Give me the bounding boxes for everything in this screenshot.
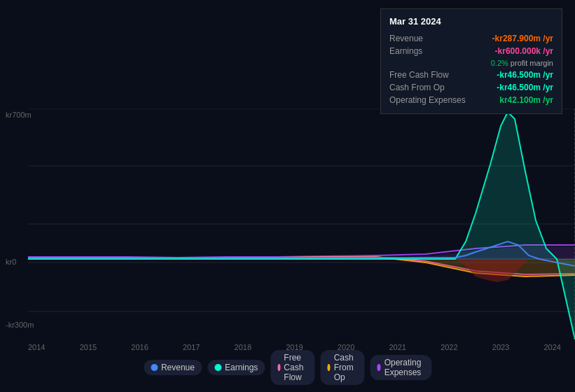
tooltip-row-opex: Operating Expenses kr42.100m /yr [389, 94, 553, 106]
tooltip-value-cashfromop: -kr46.500m /yr [497, 83, 553, 92]
legend-label-fcf: Free Cash Flow [284, 353, 307, 382]
x-label-2015: 2015 [80, 343, 97, 351]
x-label-2023: 2023 [492, 343, 509, 351]
legend-item-revenue[interactable]: Revenue [144, 360, 202, 375]
legend-item-opex[interactable]: Operating Expenses [370, 355, 431, 380]
legend-dot-revenue [151, 364, 158, 371]
tooltip-panel: Mar 31 2024 Revenue -kr287.900m /yr Earn… [380, 8, 562, 114]
tooltip-label-cashfromop: Cash From Op [389, 83, 445, 92]
tooltip-value-opex: kr42.100m /yr [499, 95, 553, 105]
chart-svg [28, 108, 575, 340]
tooltip-value-revenue: -kr287.900m /yr [492, 34, 553, 43]
tooltip-row-margin: 0.2% profit margin [389, 57, 553, 69]
tooltip-row-cashfromop: Cash From Op -kr46.500m /yr [389, 81, 553, 94]
legend-label-revenue: Revenue [161, 363, 195, 372]
tooltip-row-revenue: Revenue -kr287.900m /yr [389, 32, 553, 45]
legend-dot-fcf [277, 364, 280, 371]
legend-label-opex: Operating Expenses [385, 358, 424, 377]
legend-item-cashfromop[interactable]: Cash From Op [320, 350, 364, 385]
y-label-mid: kr0 [6, 258, 16, 266]
legend-dot-cashfromop [327, 364, 330, 371]
tooltip-title: Mar 31 2024 [389, 16, 553, 27]
chart-legend: Revenue Earnings Free Cash Flow Cash Fro… [144, 350, 431, 385]
legend-label-earnings: Earnings [225, 363, 258, 372]
tooltip-value-fcf: -kr46.500m /yr [497, 70, 553, 80]
tooltip-value-earnings: -kr600.000k /yr [495, 46, 553, 56]
legend-dot-opex [377, 364, 380, 371]
legend-item-earnings[interactable]: Earnings [207, 360, 265, 375]
tooltip-label-opex: Operating Expenses [389, 95, 466, 105]
x-label-2022: 2022 [441, 343, 457, 351]
legend-item-fcf[interactable]: Free Cash Flow [270, 350, 314, 385]
tooltip-label-revenue: Revenue [389, 34, 423, 43]
tooltip-label-fcf: Free Cash Flow [389, 70, 449, 80]
x-label-2024: 2024 [543, 343, 560, 351]
chart-container: Mar 31 2024 Revenue -kr287.900m /yr Earn… [0, 0, 575, 392]
legend-label-cashfromop: Cash From Op [334, 353, 358, 382]
tooltip-value-margin: 0.2% profit margin [491, 59, 553, 67]
tooltip-row-fcf: Free Cash Flow -kr46.500m /yr [389, 69, 553, 81]
tooltip-label-earnings: Earnings [389, 46, 422, 56]
tooltip-row-earnings: Earnings -kr600.000k /yr [389, 45, 553, 57]
x-label-2014: 2014 [28, 343, 45, 351]
legend-dot-earnings [214, 364, 221, 371]
